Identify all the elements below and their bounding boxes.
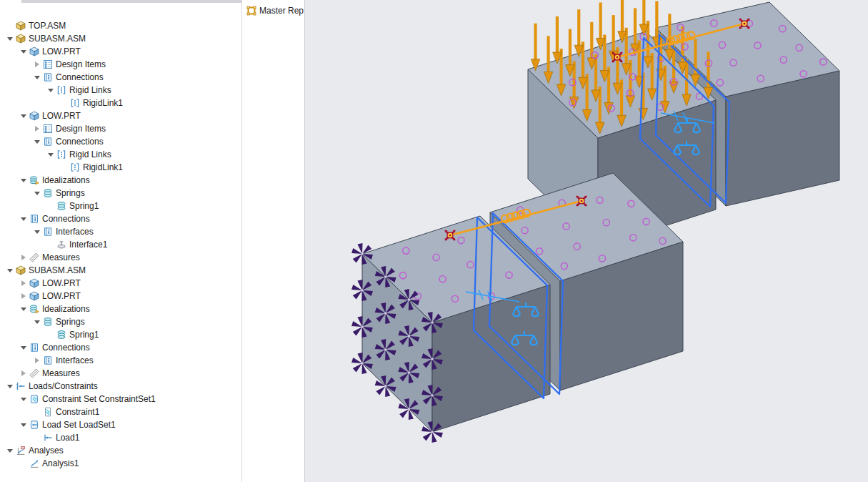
asm-icon — [16, 34, 26, 44]
tree-row-low-prt[interactable]: LOW.PRT — [0, 290, 242, 303]
model-tree-panel[interactable]: TOP.ASMSUBASM.ASMLOW.PRTDesign ItemsConn… — [0, 0, 242, 482]
tree-row-design-items[interactable]: Design Items — [0, 122, 242, 135]
expander-icon[interactable] — [4, 37, 16, 41]
tree-row-subasm-asm[interactable]: SUBASM.ASM — [0, 32, 242, 45]
expander-icon[interactable] — [31, 76, 43, 79]
measure-icon — [29, 252, 39, 262]
items-icon — [43, 59, 53, 69]
tree-row-low-prt[interactable]: LOW.PRT — [0, 277, 242, 290]
expander-icon[interactable] — [18, 308, 29, 311]
asm-icon — [16, 21, 26, 31]
simulation-display-panel[interactable]: Master Rep — [243, 0, 305, 482]
tree-row-spring1[interactable]: Spring1 — [0, 200, 242, 212]
triangle-right-icon — [21, 280, 26, 286]
tree-row-constraint-set-constraintset1[interactable]: Constraint Set ConstraintSet1 — [0, 393, 242, 405]
tree-row-low-prt[interactable]: LOW.PRT — [0, 109, 242, 122]
triangle-down-icon — [21, 114, 26, 118]
tree-row-connections[interactable]: Connections — [0, 135, 242, 148]
expander-icon[interactable] — [18, 255, 29, 260]
tree-row-constraint1[interactable]: Constraint1 — [0, 405, 242, 418]
spring-icon — [43, 188, 53, 198]
tree-row-connections[interactable]: Connections — [0, 341, 242, 354]
tree-row-interfaces[interactable]: Interfaces — [0, 225, 242, 238]
prt-icon — [29, 278, 39, 288]
tree-item-label: LOW.PRT — [42, 46, 81, 56]
expander-icon[interactable] — [18, 293, 29, 299]
tree-item-label: RigidLink1 — [83, 162, 123, 172]
expander-icon[interactable] — [4, 449, 16, 453]
prt-icon — [29, 291, 39, 301]
expander-icon[interactable] — [31, 320, 43, 324]
expander-icon[interactable] — [18, 217, 29, 221]
model-tree[interactable]: TOP.ASMSUBASM.ASMLOW.PRTDesign ItemsConn… — [0, 19, 242, 470]
tree-row-interfaces[interactable]: Interfaces — [0, 354, 242, 367]
tree-row-rigid-links[interactable]: Rigid Links — [0, 84, 242, 97]
rep-header[interactable]: Master Rep — [243, 0, 304, 16]
tree-row-rigid-links[interactable]: Rigid Links — [0, 148, 242, 161]
expander-icon[interactable] — [18, 398, 29, 401]
tree-row-connections[interactable]: Connections — [0, 212, 242, 225]
tree-row-idealizations[interactable]: Idealizations — [0, 174, 242, 187]
spring-icon — [56, 201, 66, 211]
expander-icon[interactable] — [45, 153, 56, 157]
expander-icon[interactable] — [31, 126, 43, 132]
expander-icon[interactable] — [4, 269, 16, 272]
tree-tab-strip[interactable] — [21, 0, 241, 3]
triangle-right-icon — [35, 358, 39, 363]
expander-icon[interactable] — [18, 114, 29, 118]
tree-item-label: Interfaces — [56, 355, 94, 365]
tree-row-springs[interactable]: Springs — [0, 187, 242, 200]
tree-row-analyses[interactable]: Analyses — [0, 444, 242, 457]
expander-icon[interactable] — [45, 89, 56, 92]
spring-icon — [43, 317, 53, 327]
tree-row-measures[interactable]: Measures — [0, 251, 242, 264]
expander-icon[interactable] — [31, 62, 43, 67]
expander-icon[interactable] — [18, 280, 29, 286]
tree-row-spring1[interactable]: Spring1 — [0, 328, 242, 341]
tree-row-rigidlink1[interactable]: RigidLink1 — [0, 97, 242, 109]
tree-item-label: Measures — [42, 252, 80, 262]
3d-scene[interactable] — [305, 0, 868, 482]
expander-icon[interactable] — [31, 358, 43, 363]
conn-icon — [29, 343, 39, 353]
3d-viewport[interactable] — [305, 0, 868, 482]
expander-icon[interactable] — [18, 50, 29, 54]
expander-icon[interactable] — [18, 346, 29, 350]
expander-icon[interactable] — [18, 423, 29, 427]
tree-row-load1[interactable]: Load1 — [0, 431, 242, 444]
tree-row-connections[interactable]: Connections — [0, 71, 242, 84]
expander-icon[interactable] — [31, 230, 43, 234]
tree-row-load-set-loadset1[interactable]: Load Set LoadSet1 — [0, 418, 242, 431]
expander-icon[interactable] — [18, 179, 29, 182]
tree-row-loads-constraints[interactable]: Loads/Constraints — [0, 380, 242, 393]
load-arrow[interactable] — [531, 24, 539, 71]
tree-row-design-items[interactable]: Design Items — [0, 58, 242, 71]
tree-item-label: Connections — [56, 72, 104, 82]
tree-row-measures[interactable]: Measures — [0, 367, 242, 380]
iface-icon — [43, 227, 53, 237]
triangle-down-icon — [21, 423, 26, 427]
tree-row-springs[interactable]: Springs — [0, 315, 242, 328]
triangle-down-icon — [21, 50, 26, 54]
tree-item-label: Design Items — [56, 124, 106, 134]
expander-icon[interactable] — [31, 192, 43, 195]
tree-row-interface1[interactable]: Interface1 — [0, 238, 242, 251]
load-icon — [43, 433, 53, 443]
expander-icon[interactable] — [31, 140, 43, 144]
triangle-right-icon — [35, 62, 39, 67]
tree-row-subasm-asm[interactable]: SUBASM.ASM — [0, 264, 242, 277]
tree-item-label: Connections — [42, 214, 90, 224]
expander-icon[interactable] — [4, 385, 16, 388]
measure-icon — [29, 368, 39, 378]
tree-row-rigidlink1[interactable]: RigidLink1 — [0, 161, 242, 174]
tree-row-low-prt[interactable]: LOW.PRT — [0, 45, 242, 58]
triangle-down-icon — [21, 308, 26, 311]
tree-row-analysis1[interactable]: Analysis1 — [0, 457, 242, 470]
tree-row-top-asm[interactable]: TOP.ASM — [0, 19, 242, 32]
expander-icon[interactable] — [18, 370, 29, 376]
triangle-down-icon — [34, 140, 40, 144]
triangle-right-icon — [21, 370, 26, 376]
triangle-right-icon — [21, 293, 26, 299]
tree-item-label: Interface1 — [69, 240, 107, 250]
tree-row-idealizations[interactable]: Idealizations — [0, 303, 242, 315]
